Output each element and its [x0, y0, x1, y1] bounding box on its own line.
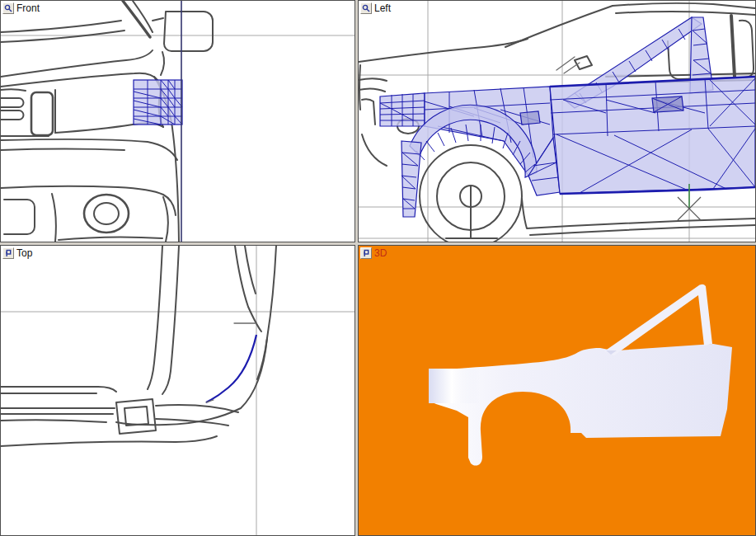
viewport-3d-label: 3D	[374, 247, 387, 259]
viewport-top-header: Top	[2, 247, 32, 259]
pin-icon[interactable]	[2, 247, 14, 259]
magnifier-icon[interactable]	[360, 2, 372, 14]
viewport-left-header: Left	[360, 2, 391, 14]
viewport-front-label: Front	[16, 2, 40, 14]
viewport-front-header: Front	[2, 2, 40, 14]
modeling-workspace: Front	[0, 0, 756, 536]
viewport-3d-header: 3D	[360, 247, 387, 259]
left-canvas[interactable]	[359, 1, 755, 242]
viewport-left-label: Left	[374, 2, 391, 14]
viewport-front[interactable]: Front	[0, 0, 355, 242]
three-d-canvas[interactable]	[359, 246, 755, 535]
viewport-left[interactable]: Left	[358, 0, 756, 242]
viewport-3d[interactable]: 3D	[358, 245, 756, 536]
front-canvas[interactable]	[1, 1, 355, 242]
viewport-top[interactable]: Top	[0, 245, 355, 536]
pin-icon[interactable]	[360, 247, 372, 259]
viewport-top-label: Top	[16, 247, 32, 259]
magnifier-icon[interactable]	[2, 2, 14, 14]
top-canvas[interactable]	[1, 246, 355, 535]
